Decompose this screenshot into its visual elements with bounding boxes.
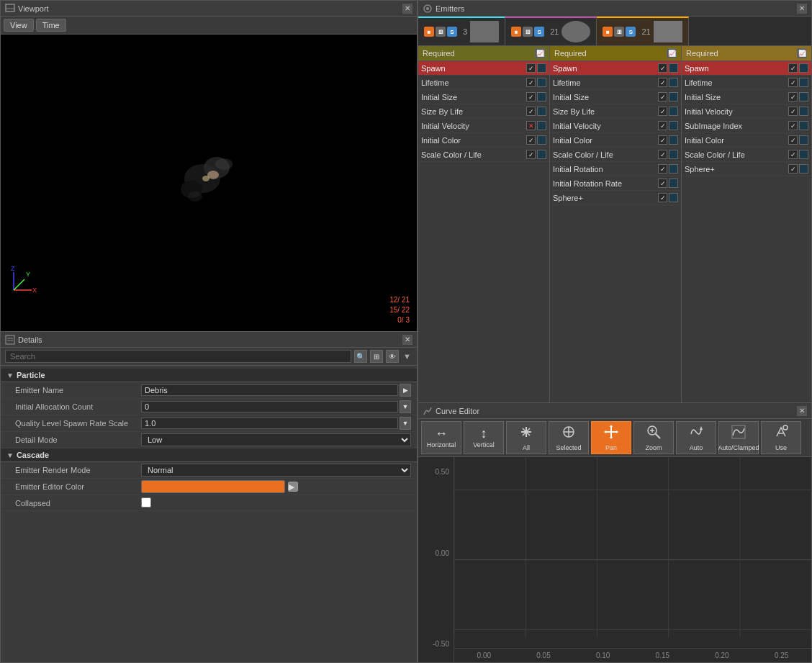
hit-initial-velocity-check[interactable]: ✕ [526,121,536,130]
debris-initial-size-row[interactable]: Initial Size ✓ [682,90,811,104]
smoke-initial-rotation-check[interactable]: ✓ [658,164,667,173]
smoke-initial-size-graph[interactable] [669,92,678,102]
smoke-initial-velocity-graph[interactable] [669,121,678,130]
smoke-sphere-row[interactable]: Sphere+ ✓ [550,191,681,205]
debris-subimage-check[interactable]: ✓ [788,121,798,130]
smoke-initial-color-check[interactable]: ✓ [658,135,667,145]
smoke-size-by-life-row[interactable]: Size By Life ✓ [550,104,681,119]
smoke-initial-size-row[interactable]: Initial Size ✓ [550,90,681,104]
hit-scale-color-graph[interactable] [537,150,546,159]
hit-lifetime-graph[interactable] [537,78,546,87]
all-button[interactable]: All [506,421,546,454]
smoke-scale-color-row[interactable]: Scale Color / Life ✓ [550,148,681,162]
debris-scale-color-graph[interactable] [799,150,808,159]
smoke-initial-rotation-rate-check[interactable]: ✓ [658,179,667,188]
smoke-initial-rotation-graph[interactable] [669,164,678,173]
smoke-size-by-life-check[interactable]: ✓ [658,107,667,116]
smoke-initial-size-check[interactable]: ✓ [658,92,667,102]
smoke-graph-icon[interactable]: 📈 [667,48,677,58]
quality-level-btn[interactable]: ▼ [400,417,411,430]
options-icon[interactable]: ▼ [402,351,412,362]
smoke-spawn-row[interactable]: Spawn ✓ [550,61,681,76]
hit-scale-color-check[interactable]: ✓ [526,150,536,159]
auto-button[interactable]: Auto [676,421,716,454]
cascade-section-header[interactable]: ▼ Cascade [1,448,417,462]
render-mode-select[interactable]: Normal Distortion [141,464,411,477]
view-button[interactable]: View [4,19,34,32]
smoke-lifetime-check[interactable]: ✓ [658,78,667,87]
smoke-spawn-check[interactable]: ✓ [658,63,667,73]
debris-graph-icon[interactable]: 📈 [797,48,807,58]
emitter-name-input[interactable] [141,384,398,396]
auto-clamped-button[interactable]: Auto/Clamped [718,421,759,454]
debris-scale-color-check[interactable]: ✓ [788,150,798,159]
smoke-initial-rotation-row[interactable]: Initial Rotation ✓ [550,162,681,176]
debris-initial-size-graph[interactable] [799,92,808,102]
debris-sphere-row[interactable]: Sphere+ ✓ [682,162,811,176]
debris-spawn-check[interactable]: ✓ [788,63,798,73]
initial-allocation-input[interactable] [141,401,398,412]
color-bar[interactable] [141,480,285,493]
hit-spawn-check[interactable]: ✓ [526,63,536,73]
hit-initial-color-check[interactable]: ✓ [526,135,536,145]
search-input[interactable] [5,350,351,363]
smoke-initial-color-graph[interactable] [669,135,678,145]
debris-initial-color-graph[interactable] [799,135,808,145]
smoke-spawn-graph[interactable] [669,63,678,73]
smoke-initial-color-row[interactable]: Initial Color ✓ [550,133,681,148]
search-icon[interactable]: 🔍 [354,350,367,363]
emitter-tab-smoke[interactable]: ■ ⊞ S 21 [505,17,597,45]
hit-spawn-graph[interactable] [537,63,546,73]
hit-size-by-life-row[interactable]: Size By Life ✓ [418,104,549,119]
quality-level-input[interactable] [141,418,398,429]
color-picker-btn[interactable]: ▶ [288,482,298,492]
hit-spawn-row[interactable]: Spawn ✓ [418,61,549,76]
smoke-size-by-life-graph[interactable] [669,107,678,116]
debris-lifetime-row[interactable]: Lifetime ✓ [682,76,811,90]
viewport-close-button[interactable]: ✕ [402,4,412,14]
hit-size-by-life-check[interactable]: ✓ [526,107,536,116]
smoke-initial-rotation-rate-graph[interactable] [669,179,678,188]
hit-initial-size-graph[interactable] [537,92,546,102]
hit-scale-color-row[interactable]: Scale Color / Life ✓ [418,148,549,162]
smoke-sphere-graph[interactable] [669,193,678,202]
vertical-button[interactable]: ↕ Vertical [464,421,504,454]
debris-initial-velocity-row[interactable]: Initial Velocity ✓ [682,104,811,119]
detail-mode-select[interactable]: Low Medium High [141,433,411,446]
debris-subimage-graph[interactable] [799,121,808,130]
hit-initial-size-check[interactable]: ✓ [526,92,536,102]
debris-lifetime-check[interactable]: ✓ [788,78,798,87]
hit-lifetime-row[interactable]: Lifetime ✓ [418,76,549,90]
hit-initial-velocity-graph[interactable] [537,121,546,130]
details-close-button[interactable]: ✕ [402,335,412,345]
zoom-button[interactable]: Zoom [633,421,674,454]
debris-spawn-row[interactable]: Spawn ✓ [682,61,811,76]
debris-subimage-row[interactable]: SubImage Index ✓ [682,119,811,133]
horizontal-button[interactable]: ↔ Horizontal [421,421,461,454]
emitters-close-button[interactable]: ✕ [797,4,807,14]
debris-lifetime-graph[interactable] [799,78,808,87]
particle-section-header[interactable]: ▼ Particle [1,369,417,382]
collapsed-checkbox[interactable] [141,497,151,508]
hit-initial-velocity-row[interactable]: Initial Velocity ✕ [418,119,549,133]
smoke-initial-velocity-check[interactable]: ✓ [658,121,667,130]
filter-icon[interactable]: 👁 [386,350,399,363]
selected-button[interactable]: Selected [549,421,589,454]
debris-sphere-check[interactable]: ✓ [788,164,798,173]
smoke-lifetime-graph[interactable] [669,78,678,87]
debris-initial-color-row[interactable]: Initial Color ✓ [682,133,811,148]
debris-initial-velocity-check[interactable]: ✓ [788,107,798,116]
hit-graph-icon[interactable]: 📈 [535,48,545,58]
debris-initial-size-check[interactable]: ✓ [788,92,798,102]
debris-spawn-graph[interactable] [799,63,808,73]
curve-editor-close-button[interactable]: ✕ [797,406,807,416]
debris-initial-velocity-graph[interactable] [799,107,808,116]
emitter-tab-hit[interactable]: ■ ⊞ S 3 [418,17,505,45]
hit-initial-size-row[interactable]: Initial Size ✓ [418,90,549,104]
smoke-initial-rotation-rate-row[interactable]: Initial Rotation Rate ✓ [550,176,681,191]
hit-initial-color-row[interactable]: Initial Color ✓ [418,133,549,148]
hit-lifetime-check[interactable]: ✓ [526,78,536,87]
smoke-lifetime-row[interactable]: Lifetime ✓ [550,76,681,90]
initial-allocation-btn[interactable]: ▼ [400,400,411,413]
smoke-scale-color-graph[interactable] [669,150,678,159]
